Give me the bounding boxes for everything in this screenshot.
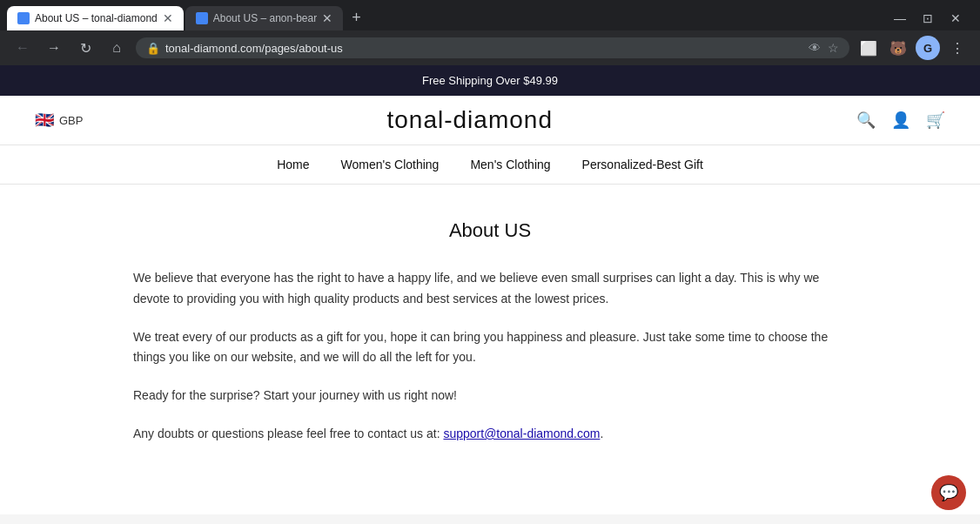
tab-favicon-1	[17, 12, 30, 24]
address-bar-icons: 👁 ☆	[809, 41, 839, 55]
address-bar[interactable]: 🔒 tonal-diamond.com/pages/about-us 👁 ☆	[136, 37, 849, 58]
tab-title-1: About US – tonal-diamond	[35, 12, 158, 24]
announcement-bar: Free Shipping Over $49.99	[0, 65, 980, 96]
announcement-text: Free Shipping Over $49.99	[422, 74, 558, 87]
profile-icon[interactable]: G	[916, 36, 940, 60]
site-logo[interactable]: tonal-diamond	[83, 106, 856, 134]
search-icon[interactable]: 🔍	[856, 111, 876, 130]
account-icon[interactable]: 👤	[891, 111, 910, 130]
cart-icon[interactable]: 🛒	[926, 111, 945, 130]
flag-icon: 🇬🇧	[35, 111, 54, 130]
contact-suffix: .	[600, 427, 603, 440]
eye-slash-icon: 👁	[809, 41, 821, 55]
forward-button[interactable]: →	[42, 36, 66, 60]
more-options-icon[interactable]: ⋮	[945, 36, 970, 60]
about-para-1: We believe that everyone has the right t…	[133, 268, 847, 310]
tab-close-2[interactable]: ✕	[322, 11, 332, 25]
star-icon[interactable]: ☆	[828, 41, 839, 55]
address-text: tonal-diamond.com/pages/about-us	[165, 42, 803, 55]
close-button[interactable]: ✕	[945, 8, 966, 29]
site-header: 🇬🇧 GBP tonal-diamond 🔍 👤 🛒	[0, 96, 980, 145]
back-button[interactable]: ←	[10, 36, 35, 60]
contact-prefix: Any doubts or questions please feel free…	[133, 427, 443, 440]
browser-chrome: About US – tonal-diamond ✕ About US – an…	[0, 0, 980, 65]
home-button[interactable]: ⌂	[104, 36, 129, 60]
restore-button[interactable]: ⊡	[917, 8, 938, 29]
extensions-icon[interactable]: ⬜	[856, 36, 881, 60]
lock-icon: 🔒	[146, 42, 160, 55]
header-left: 🇬🇧 GBP	[35, 111, 83, 130]
tab-close-1[interactable]: ✕	[163, 11, 173, 25]
reload-button[interactable]: ↻	[73, 36, 97, 60]
minimize-button[interactable]: —	[889, 8, 910, 29]
site-nav: Home Women's Clothing Men's Clothing Per…	[0, 145, 980, 185]
browser-tabs: About US – tonal-diamond ✕ About US – an…	[0, 0, 980, 30]
about-title: About US	[133, 219, 847, 242]
about-para-3: Ready for the surprise? Start your journ…	[133, 386, 847, 406]
contact-email-link[interactable]: support@tonal-diamond.com	[443, 427, 600, 440]
browser-extension-icons: ⬜ 🐻 G ⋮	[856, 36, 970, 60]
browser-tab-1[interactable]: About US – tonal-diamond ✕	[7, 6, 184, 30]
tab-favicon-2	[196, 12, 208, 24]
nav-personalized[interactable]: Personalized-Best Gift	[582, 158, 703, 171]
anon-bear-icon[interactable]: 🐻	[886, 36, 910, 60]
header-right: 🔍 👤 🛒	[856, 111, 945, 130]
chat-icon: 💬	[939, 483, 958, 502]
browser-addressbar: ← → ↻ ⌂ 🔒 tonal-diamond.com/pages/about-…	[0, 30, 980, 65]
nav-home[interactable]: Home	[277, 158, 309, 171]
page-content: About US We believe that everyone has th…	[116, 185, 864, 514]
about-para-4: Any doubts or questions please feel free…	[133, 424, 847, 445]
browser-tab-2[interactable]: About US – anon-bear ✕	[185, 6, 343, 30]
window-controls: — ⊡ ✕	[889, 8, 973, 29]
nav-mens-clothing[interactable]: Men's Clothing	[470, 158, 550, 171]
nav-womens-clothing[interactable]: Women's Clothing	[340, 158, 439, 171]
about-para-2: We treat every of our products as a gift…	[133, 327, 847, 369]
chat-bubble[interactable]: 💬	[931, 475, 966, 510]
site-footer: Tonal-diamond Info About US Contact Us F…	[0, 514, 980, 524]
new-tab-button[interactable]: +	[345, 5, 368, 30]
currency-label: GBP	[59, 114, 83, 127]
tab-title-2: About US – anon-bear	[213, 12, 317, 24]
